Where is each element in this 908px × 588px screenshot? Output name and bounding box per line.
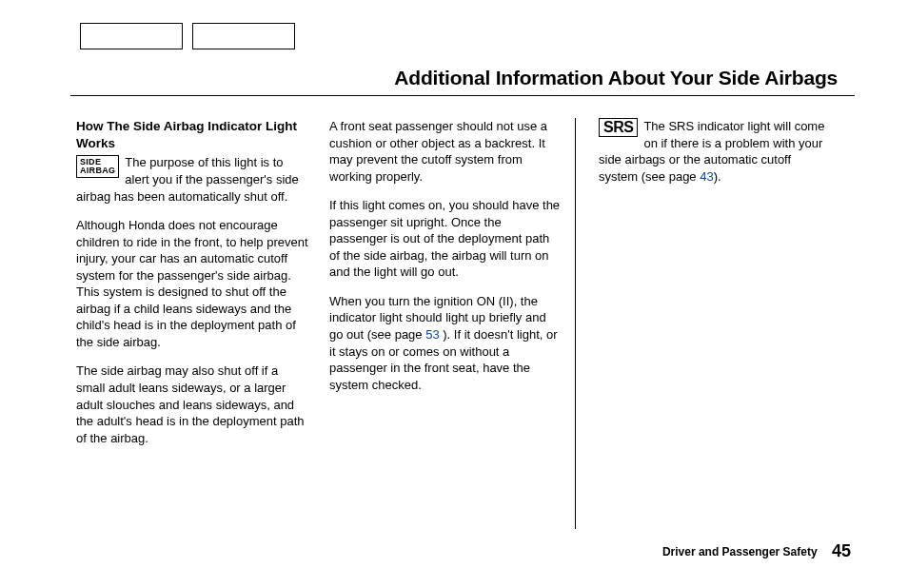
indicator-line2: AIRBAG xyxy=(80,166,115,175)
col2-p2: If this light comes on, you should have … xyxy=(329,197,562,281)
page-footer: Driver and Passenger Safety 45 xyxy=(662,541,851,561)
col2-p1: A front seat passenger should not use a … xyxy=(329,118,562,185)
col2-p3: When you turn the ignition ON (II), the … xyxy=(329,293,562,393)
section-heading: How The Side Airbag Indicator Light Work… xyxy=(76,118,308,152)
top-empty-boxes xyxy=(80,23,295,49)
manual-page: Additional Information About Your Side A… xyxy=(0,0,908,588)
col1-lead-paragraph: SIDE AIRBAG The purpose of this light is… xyxy=(76,154,308,205)
top-box-2 xyxy=(192,23,295,49)
column-2: A front seat passenger should not use a … xyxy=(326,118,575,529)
side-airbag-indicator-icon: SIDE AIRBAG xyxy=(76,155,119,178)
page-link-53[interactable]: 53 xyxy=(425,327,439,342)
column-separator xyxy=(575,118,576,529)
page-link-43[interactable]: 43 xyxy=(700,169,713,184)
page-title: Additional Information About Your Side A… xyxy=(53,67,855,89)
footer-page-number: 45 xyxy=(832,541,851,560)
title-rule xyxy=(70,95,855,96)
col3-p1b: ). xyxy=(714,169,721,184)
col1-p3: The side airbag may also shut off if a s… xyxy=(76,363,308,446)
footer-section-label: Driver and Passenger Safety xyxy=(662,545,818,559)
content-columns: How The Side Airbag Indicator Light Work… xyxy=(76,118,855,529)
col1-p2: Although Honda does not encourage childr… xyxy=(76,217,308,350)
col3-p1: SRS The SRS indicator light will come on… xyxy=(599,118,833,185)
column-1: How The Side Airbag Indicator Light Work… xyxy=(76,118,326,529)
top-box-1 xyxy=(80,23,183,49)
srs-indicator-icon: SRS xyxy=(599,118,638,137)
column-3: SRS The SRS indicator light will come on… xyxy=(582,118,833,529)
